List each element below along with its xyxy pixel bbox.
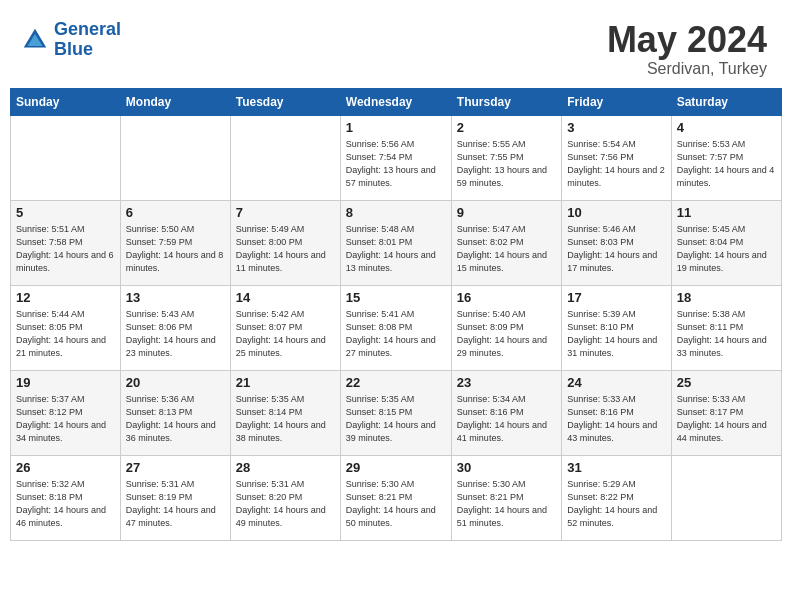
table-row: 28Sunrise: 5:31 AMSunset: 8:20 PMDayligh…	[230, 455, 340, 540]
day-number: 18	[677, 290, 776, 305]
day-info: Sunrise: 5:49 AMSunset: 8:00 PMDaylight:…	[236, 223, 335, 275]
day-number: 4	[677, 120, 776, 135]
day-info: Sunrise: 5:48 AMSunset: 8:01 PMDaylight:…	[346, 223, 446, 275]
table-row: 15Sunrise: 5:41 AMSunset: 8:08 PMDayligh…	[340, 285, 451, 370]
day-info: Sunrise: 5:47 AMSunset: 8:02 PMDaylight:…	[457, 223, 556, 275]
table-row: 5Sunrise: 5:51 AMSunset: 7:58 PMDaylight…	[11, 200, 121, 285]
day-number: 3	[567, 120, 665, 135]
calendar-table: Sunday Monday Tuesday Wednesday Thursday…	[10, 88, 782, 541]
day-info: Sunrise: 5:36 AMSunset: 8:13 PMDaylight:…	[126, 393, 225, 445]
table-row: 12Sunrise: 5:44 AMSunset: 8:05 PMDayligh…	[11, 285, 121, 370]
logo-line1: General	[54, 19, 121, 39]
day-info: Sunrise: 5:40 AMSunset: 8:09 PMDaylight:…	[457, 308, 556, 360]
table-row	[120, 115, 230, 200]
day-number: 17	[567, 290, 665, 305]
day-number: 16	[457, 290, 556, 305]
day-info: Sunrise: 5:54 AMSunset: 7:56 PMDaylight:…	[567, 138, 665, 190]
logo: General Blue	[20, 20, 121, 60]
day-number: 2	[457, 120, 556, 135]
table-row: 20Sunrise: 5:36 AMSunset: 8:13 PMDayligh…	[120, 370, 230, 455]
day-info: Sunrise: 5:41 AMSunset: 8:08 PMDaylight:…	[346, 308, 446, 360]
table-row: 16Sunrise: 5:40 AMSunset: 8:09 PMDayligh…	[451, 285, 561, 370]
table-row: 23Sunrise: 5:34 AMSunset: 8:16 PMDayligh…	[451, 370, 561, 455]
table-row: 13Sunrise: 5:43 AMSunset: 8:06 PMDayligh…	[120, 285, 230, 370]
day-number: 29	[346, 460, 446, 475]
day-number: 1	[346, 120, 446, 135]
table-row: 10Sunrise: 5:46 AMSunset: 8:03 PMDayligh…	[562, 200, 671, 285]
day-info: Sunrise: 5:56 AMSunset: 7:54 PMDaylight:…	[346, 138, 446, 190]
table-row: 21Sunrise: 5:35 AMSunset: 8:14 PMDayligh…	[230, 370, 340, 455]
day-info: Sunrise: 5:33 AMSunset: 8:17 PMDaylight:…	[677, 393, 776, 445]
day-info: Sunrise: 5:53 AMSunset: 7:57 PMDaylight:…	[677, 138, 776, 190]
table-row: 1Sunrise: 5:56 AMSunset: 7:54 PMDaylight…	[340, 115, 451, 200]
table-row: 9Sunrise: 5:47 AMSunset: 8:02 PMDaylight…	[451, 200, 561, 285]
table-row: 27Sunrise: 5:31 AMSunset: 8:19 PMDayligh…	[120, 455, 230, 540]
table-row: 22Sunrise: 5:35 AMSunset: 8:15 PMDayligh…	[340, 370, 451, 455]
table-row: 19Sunrise: 5:37 AMSunset: 8:12 PMDayligh…	[11, 370, 121, 455]
day-number: 22	[346, 375, 446, 390]
table-row: 26Sunrise: 5:32 AMSunset: 8:18 PMDayligh…	[11, 455, 121, 540]
day-info: Sunrise: 5:31 AMSunset: 8:20 PMDaylight:…	[236, 478, 335, 530]
calendar-week-row: 12Sunrise: 5:44 AMSunset: 8:05 PMDayligh…	[11, 285, 782, 370]
day-number: 24	[567, 375, 665, 390]
table-row: 3Sunrise: 5:54 AMSunset: 7:56 PMDaylight…	[562, 115, 671, 200]
day-info: Sunrise: 5:34 AMSunset: 8:16 PMDaylight:…	[457, 393, 556, 445]
day-info: Sunrise: 5:31 AMSunset: 8:19 PMDaylight:…	[126, 478, 225, 530]
day-number: 15	[346, 290, 446, 305]
table-row	[11, 115, 121, 200]
day-number: 31	[567, 460, 665, 475]
calendar-week-row: 5Sunrise: 5:51 AMSunset: 7:58 PMDaylight…	[11, 200, 782, 285]
day-info: Sunrise: 5:38 AMSunset: 8:11 PMDaylight:…	[677, 308, 776, 360]
col-saturday: Saturday	[671, 88, 781, 115]
col-sunday: Sunday	[11, 88, 121, 115]
page-header: General Blue May 2024 Serdivan, Turkey	[10, 10, 782, 88]
col-monday: Monday	[120, 88, 230, 115]
day-number: 30	[457, 460, 556, 475]
col-thursday: Thursday	[451, 88, 561, 115]
table-row	[230, 115, 340, 200]
table-row: 7Sunrise: 5:49 AMSunset: 8:00 PMDaylight…	[230, 200, 340, 285]
day-info: Sunrise: 5:30 AMSunset: 8:21 PMDaylight:…	[457, 478, 556, 530]
day-number: 19	[16, 375, 115, 390]
day-number: 14	[236, 290, 335, 305]
logo-icon	[20, 25, 50, 55]
day-number: 27	[126, 460, 225, 475]
day-number: 7	[236, 205, 335, 220]
calendar-week-row: 1Sunrise: 5:56 AMSunset: 7:54 PMDaylight…	[11, 115, 782, 200]
day-info: Sunrise: 5:45 AMSunset: 8:04 PMDaylight:…	[677, 223, 776, 275]
day-info: Sunrise: 5:51 AMSunset: 7:58 PMDaylight:…	[16, 223, 115, 275]
day-info: Sunrise: 5:42 AMSunset: 8:07 PMDaylight:…	[236, 308, 335, 360]
day-info: Sunrise: 5:44 AMSunset: 8:05 PMDaylight:…	[16, 308, 115, 360]
calendar-week-row: 26Sunrise: 5:32 AMSunset: 8:18 PMDayligh…	[11, 455, 782, 540]
table-row: 4Sunrise: 5:53 AMSunset: 7:57 PMDaylight…	[671, 115, 781, 200]
day-number: 28	[236, 460, 335, 475]
day-info: Sunrise: 5:35 AMSunset: 8:15 PMDaylight:…	[346, 393, 446, 445]
table-row: 2Sunrise: 5:55 AMSunset: 7:55 PMDaylight…	[451, 115, 561, 200]
table-row	[671, 455, 781, 540]
table-row: 25Sunrise: 5:33 AMSunset: 8:17 PMDayligh…	[671, 370, 781, 455]
day-number: 23	[457, 375, 556, 390]
table-row: 11Sunrise: 5:45 AMSunset: 8:04 PMDayligh…	[671, 200, 781, 285]
day-info: Sunrise: 5:39 AMSunset: 8:10 PMDaylight:…	[567, 308, 665, 360]
month-title: May 2024	[607, 20, 767, 60]
day-number: 21	[236, 375, 335, 390]
col-tuesday: Tuesday	[230, 88, 340, 115]
day-number: 5	[16, 205, 115, 220]
table-row: 14Sunrise: 5:42 AMSunset: 8:07 PMDayligh…	[230, 285, 340, 370]
day-info: Sunrise: 5:30 AMSunset: 8:21 PMDaylight:…	[346, 478, 446, 530]
table-row: 31Sunrise: 5:29 AMSunset: 8:22 PMDayligh…	[562, 455, 671, 540]
day-number: 11	[677, 205, 776, 220]
day-number: 10	[567, 205, 665, 220]
table-row: 18Sunrise: 5:38 AMSunset: 8:11 PMDayligh…	[671, 285, 781, 370]
day-info: Sunrise: 5:55 AMSunset: 7:55 PMDaylight:…	[457, 138, 556, 190]
day-info: Sunrise: 5:46 AMSunset: 8:03 PMDaylight:…	[567, 223, 665, 275]
table-row: 6Sunrise: 5:50 AMSunset: 7:59 PMDaylight…	[120, 200, 230, 285]
day-info: Sunrise: 5:37 AMSunset: 8:12 PMDaylight:…	[16, 393, 115, 445]
day-number: 12	[16, 290, 115, 305]
day-number: 6	[126, 205, 225, 220]
col-wednesday: Wednesday	[340, 88, 451, 115]
day-number: 13	[126, 290, 225, 305]
day-number: 20	[126, 375, 225, 390]
day-number: 8	[346, 205, 446, 220]
day-info: Sunrise: 5:29 AMSunset: 8:22 PMDaylight:…	[567, 478, 665, 530]
